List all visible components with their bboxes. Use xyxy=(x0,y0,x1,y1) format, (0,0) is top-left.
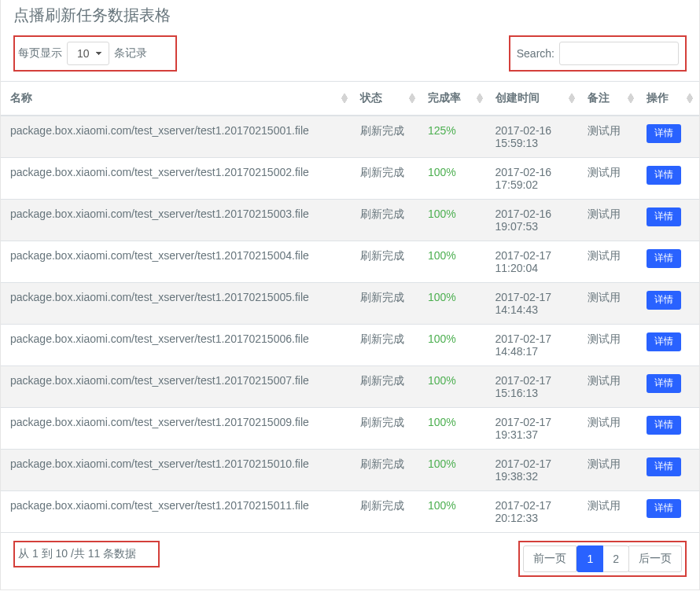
cell-name: package.box.xiaomi.com/test_xserver/test… xyxy=(1,283,354,325)
detail-button[interactable]: 详情 xyxy=(647,166,681,185)
cell-action: 详情 xyxy=(640,283,699,325)
cell-rate: 100% xyxy=(422,366,489,408)
page-prev-button[interactable]: 前一页 xyxy=(523,545,577,572)
cell-note: 测试用 xyxy=(581,200,640,241)
cell-name: package.box.xiaomi.com/test_xserver/test… xyxy=(1,325,354,366)
cell-time: 2017-02-17 11:20:04 xyxy=(489,241,582,283)
table-row: package.box.xiaomi.com/test_xserver/test… xyxy=(1,408,699,450)
detail-button[interactable]: 详情 xyxy=(647,499,681,518)
detail-button[interactable]: 详情 xyxy=(647,208,681,226)
cell-action: 详情 xyxy=(640,491,699,533)
cell-time: 2017-02-17 19:31:37 xyxy=(489,408,582,450)
table-row: package.box.xiaomi.com/test_xserver/test… xyxy=(1,241,699,283)
cell-rate: 100% xyxy=(422,283,489,325)
panel-title: 点播刷新任务数据表格 xyxy=(1,0,699,29)
cell-rate: 100% xyxy=(422,200,489,241)
col-header-status[interactable]: 状态 xyxy=(354,82,422,116)
cell-rate: 100% xyxy=(422,491,489,533)
length-suffix: 条记录 xyxy=(114,46,147,61)
cell-status: 刷新完成 xyxy=(354,241,422,283)
cell-rate: 100% xyxy=(422,408,489,450)
col-header-time[interactable]: 创建时间 xyxy=(489,82,582,116)
search-control: Search: xyxy=(509,35,687,72)
bottom-controls: 从 1 到 10 /共 11 条数据 前一页 12 后一页 xyxy=(1,532,699,589)
cell-name: package.box.xiaomi.com/test_xserver/test… xyxy=(1,491,354,533)
table-row: package.box.xiaomi.com/test_xserver/test… xyxy=(1,158,699,200)
cell-status: 刷新完成 xyxy=(354,491,422,533)
detail-button[interactable]: 详情 xyxy=(647,457,681,476)
col-header-rate[interactable]: 完成率 xyxy=(422,82,489,116)
detail-button[interactable]: 详情 xyxy=(647,124,681,143)
cell-note: 测试用 xyxy=(581,325,640,366)
col-header-note[interactable]: 备注 xyxy=(581,82,640,116)
cell-name: package.box.xiaomi.com/test_xserver/test… xyxy=(1,241,354,283)
table-row: package.box.xiaomi.com/test_xserver/test… xyxy=(1,116,699,158)
search-label: Search: xyxy=(517,47,554,60)
table-row: package.box.xiaomi.com/test_xserver/test… xyxy=(1,283,699,325)
cell-time: 2017-02-17 14:14:43 xyxy=(489,283,582,325)
cell-status: 刷新完成 xyxy=(354,325,422,366)
cell-note: 测试用 xyxy=(581,241,640,283)
cell-note: 测试用 xyxy=(581,408,640,450)
cell-name: package.box.xiaomi.com/test_xserver/test… xyxy=(1,408,354,450)
cell-action: 详情 xyxy=(640,116,699,158)
cell-status: 刷新完成 xyxy=(354,366,422,408)
cell-rate: 125% xyxy=(422,116,489,158)
cell-rate: 100% xyxy=(422,241,489,283)
cell-status: 刷新完成 xyxy=(354,116,422,158)
page-length-select[interactable]: 10 xyxy=(67,42,109,65)
top-controls: 每页显示 10 条记录 Search: xyxy=(1,29,699,81)
panel: 点播刷新任务数据表格 每页显示 10 条记录 Search: 名称 状态 完成率… xyxy=(0,0,700,590)
cell-time: 2017-02-16 15:59:13 xyxy=(489,116,582,158)
detail-button[interactable]: 详情 xyxy=(647,416,681,435)
data-table: 名称 状态 完成率 创建时间 备注 操作 package.box.xiaomi.… xyxy=(1,81,699,532)
cell-time: 2017-02-16 17:59:02 xyxy=(489,158,582,200)
cell-name: package.box.xiaomi.com/test_xserver/test… xyxy=(1,158,354,200)
cell-action: 详情 xyxy=(640,325,699,366)
length-prefix: 每页显示 xyxy=(18,46,62,61)
cell-note: 测试用 xyxy=(581,366,640,408)
table-row: package.box.xiaomi.com/test_xserver/test… xyxy=(1,450,699,491)
cell-name: package.box.xiaomi.com/test_xserver/test… xyxy=(1,450,354,491)
detail-button[interactable]: 详情 xyxy=(647,374,681,393)
cell-time: 2017-02-17 15:16:13 xyxy=(489,366,582,408)
cell-note: 测试用 xyxy=(581,450,640,491)
cell-status: 刷新完成 xyxy=(354,450,422,491)
cell-time: 2017-02-16 19:07:53 xyxy=(489,200,582,241)
cell-status: 刷新完成 xyxy=(354,283,422,325)
page-number-button[interactable]: 2 xyxy=(602,545,629,572)
table-row: package.box.xiaomi.com/test_xserver/test… xyxy=(1,366,699,408)
cell-note: 测试用 xyxy=(581,283,640,325)
pagination-info: 从 1 到 10 /共 11 条数据 xyxy=(13,541,160,567)
cell-note: 测试用 xyxy=(581,158,640,200)
cell-note: 测试用 xyxy=(581,116,640,158)
cell-action: 详情 xyxy=(640,450,699,491)
page-next-button[interactable]: 后一页 xyxy=(628,545,682,572)
detail-button[interactable]: 详情 xyxy=(647,249,681,268)
page-number-button[interactable]: 1 xyxy=(577,545,603,572)
cell-rate: 100% xyxy=(422,158,489,200)
cell-note: 测试用 xyxy=(581,491,640,533)
cell-status: 刷新完成 xyxy=(354,200,422,241)
table-row: package.box.xiaomi.com/test_xserver/test… xyxy=(1,200,699,241)
cell-status: 刷新完成 xyxy=(354,408,422,450)
cell-status: 刷新完成 xyxy=(354,158,422,200)
cell-action: 详情 xyxy=(640,241,699,283)
col-header-action[interactable]: 操作 xyxy=(640,82,699,116)
cell-rate: 100% xyxy=(422,325,489,366)
cell-time: 2017-02-17 20:12:33 xyxy=(489,491,582,533)
cell-action: 详情 xyxy=(640,200,699,241)
search-input[interactable] xyxy=(559,42,679,65)
pagination: 前一页 12 后一页 xyxy=(518,541,687,577)
cell-name: package.box.xiaomi.com/test_xserver/test… xyxy=(1,366,354,408)
cell-action: 详情 xyxy=(640,366,699,408)
cell-rate: 100% xyxy=(422,450,489,491)
cell-time: 2017-02-17 14:48:17 xyxy=(489,325,582,366)
detail-button[interactable]: 详情 xyxy=(647,332,681,351)
cell-name: package.box.xiaomi.com/test_xserver/test… xyxy=(1,116,354,158)
detail-button[interactable]: 详情 xyxy=(647,291,681,310)
cell-action: 详情 xyxy=(640,408,699,450)
col-header-name[interactable]: 名称 xyxy=(1,82,354,116)
cell-time: 2017-02-17 19:38:32 xyxy=(489,450,582,491)
cell-name: package.box.xiaomi.com/test_xserver/test… xyxy=(1,200,354,241)
